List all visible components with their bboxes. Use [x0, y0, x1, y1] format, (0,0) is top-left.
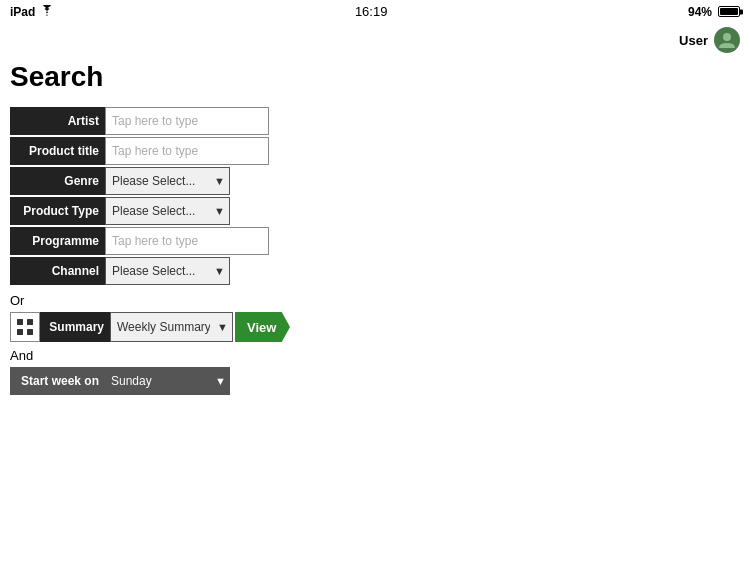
start-week-select[interactable]: Sunday Monday Tuesday Wednesday Thursday… — [105, 367, 230, 395]
programme-input[interactable] — [105, 227, 269, 255]
product-title-row: Product title — [10, 137, 230, 165]
genre-label: Genre — [10, 167, 105, 195]
artist-row: Artist — [10, 107, 230, 135]
svg-rect-4 — [27, 329, 33, 335]
svg-rect-1 — [17, 319, 23, 325]
channel-label: Channel — [10, 257, 105, 285]
start-week-select-wrapper: Sunday Monday Tuesday Wednesday Thursday… — [105, 367, 230, 395]
grid-icon — [10, 312, 40, 342]
product-type-label: Product Type — [10, 197, 105, 225]
artist-label: Artist — [10, 107, 105, 135]
svg-rect-3 — [17, 329, 23, 335]
product-title-input[interactable] — [105, 137, 269, 165]
genre-row: Genre Please Select... Pop Rock Jazz Cla… — [10, 167, 230, 195]
product-type-select[interactable]: Please Select... Album Single EP Compila… — [106, 198, 229, 224]
programme-label: Programme — [10, 227, 105, 255]
search-form: Artist Product title Genre Please Select… — [10, 107, 230, 287]
battery-percent: 94% — [688, 5, 712, 19]
page-title: Search — [10, 61, 740, 93]
product-type-row: Product Type Please Select... Album Sing… — [10, 197, 230, 225]
and-separator: And — [10, 348, 740, 363]
status-left: iPad — [10, 5, 54, 19]
wifi-icon — [40, 5, 54, 19]
summary-row: Summary Weekly Summary Daily Summary Mon… — [10, 312, 290, 342]
channel-row: Channel Please Select... BBC One BBC Two… — [10, 257, 230, 285]
or-separator: Or — [10, 293, 740, 308]
svg-rect-2 — [27, 319, 33, 325]
status-bar: iPad 16:19 94% — [0, 0, 750, 23]
summary-label: Summary — [40, 312, 110, 342]
user-area: User — [0, 23, 750, 59]
start-week-label: Start week on — [10, 367, 105, 395]
programme-row: Programme — [10, 227, 230, 255]
status-time: 16:19 — [355, 4, 388, 19]
device-label: iPad — [10, 5, 35, 19]
user-avatar[interactable] — [714, 27, 740, 53]
product-type-select-wrapper: Please Select... Album Single EP Compila… — [105, 197, 230, 225]
svg-point-0 — [723, 33, 731, 41]
artist-input[interactable] — [105, 107, 269, 135]
genre-select-wrapper: Please Select... Pop Rock Jazz Classical… — [105, 167, 230, 195]
user-label: User — [679, 33, 708, 48]
product-title-label: Product title — [10, 137, 105, 165]
channel-select[interactable]: Please Select... BBC One BBC Two ITV Cha… — [106, 258, 229, 284]
view-button[interactable]: View — [235, 312, 290, 342]
genre-select[interactable]: Please Select... Pop Rock Jazz Classical… — [106, 168, 229, 194]
start-week-row: Start week on Sunday Monday Tuesday Wedn… — [10, 367, 230, 395]
battery-icon — [718, 6, 740, 17]
channel-select-wrapper: Please Select... BBC One BBC Two ITV Cha… — [105, 257, 230, 285]
summary-select-wrapper: Weekly Summary Daily Summary Monthly Sum… — [110, 312, 233, 342]
summary-select[interactable]: Weekly Summary Daily Summary Monthly Sum… — [111, 313, 232, 341]
status-right: 94% — [688, 5, 740, 19]
main-content: Search Artist Product title Genre Please… — [0, 61, 750, 395]
